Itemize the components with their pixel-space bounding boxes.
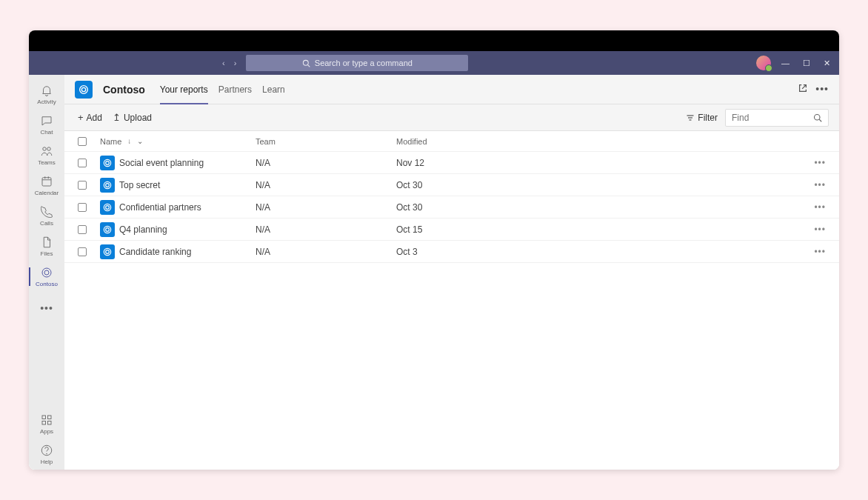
row-name: Top secret <box>100 178 256 193</box>
add-button[interactable]: + Add <box>78 112 102 123</box>
sidebar-item-calendar[interactable]: Calendar <box>29 170 64 201</box>
checkbox-icon[interactable] <box>78 225 87 234</box>
row-more-icon[interactable]: ••• <box>796 247 826 257</box>
sidebar-label: Calls <box>40 220 53 227</box>
nav-forward-icon[interactable]: › <box>232 56 239 70</box>
checkbox-icon[interactable] <box>78 247 87 256</box>
close-icon[interactable]: ✕ <box>821 56 833 71</box>
row-name: Q4 planning <box>100 222 256 237</box>
row-more-icon[interactable]: ••• <box>796 158 826 168</box>
row-select[interactable] <box>78 181 100 190</box>
row-name-text: Top secret <box>119 180 160 190</box>
upload-button[interactable]: ↥ Upload <box>113 112 152 123</box>
sidebar-more-icon[interactable]: ••• <box>40 295 53 321</box>
maximize-icon[interactable]: ☐ <box>800 56 813 71</box>
row-select[interactable] <box>78 247 100 256</box>
upload-label: Upload <box>124 113 152 123</box>
row-name: Social event planning <box>100 156 256 170</box>
row-modified: Oct 3 <box>396 247 796 257</box>
row-select[interactable] <box>78 159 100 167</box>
svg-point-26 <box>106 183 110 187</box>
col-modified-label: Modified <box>396 137 427 146</box>
report-icon <box>100 156 115 170</box>
window-frame: ‹ › Search or type a command — ☐ ✕ Activ… <box>29 30 839 470</box>
svg-line-22 <box>819 119 821 121</box>
sidebar-item-chat[interactable]: Chat <box>29 110 64 140</box>
find-field[interactable] <box>732 113 806 123</box>
svg-point-32 <box>106 250 110 253</box>
svg-point-28 <box>106 205 110 209</box>
svg-point-27 <box>104 204 110 210</box>
sort-arrow-icon: ↓ <box>127 137 131 145</box>
find-input[interactable] <box>725 109 829 127</box>
checkbox-icon[interactable] <box>78 159 87 167</box>
sidebar-item-apps[interactable]: Apps <box>29 409 64 439</box>
col-modified[interactable]: Modified <box>396 137 796 146</box>
chat-icon <box>40 114 53 127</box>
sidebar-label: Activity <box>37 99 56 105</box>
row-more-icon[interactable]: ••• <box>796 202 826 213</box>
tabbar-actions: ••• <box>798 83 829 96</box>
table-row[interactable]: Q4 planningN/AOct 15••• <box>64 219 839 241</box>
add-label: Add <box>87 113 102 123</box>
search-icon <box>302 59 310 67</box>
more-icon[interactable]: ••• <box>815 83 829 96</box>
popout-icon[interactable] <box>798 83 808 96</box>
select-all[interactable] <box>78 137 100 146</box>
table-row[interactable]: Candidate rankingN/AOct 3••• <box>64 241 839 263</box>
svg-point-21 <box>815 114 821 120</box>
svg-rect-11 <box>48 416 52 419</box>
filter-button[interactable]: Filter <box>686 113 718 123</box>
row-name-text: Confidential partners <box>119 202 201 213</box>
col-name-label: Name <box>100 137 121 146</box>
sidebar-item-calls[interactable]: Calls <box>29 201 64 231</box>
sidebar-label: Help <box>41 459 53 465</box>
tab-learn[interactable]: Learn <box>262 76 285 104</box>
minimize-icon[interactable]: — <box>778 56 792 70</box>
sidebar-item-help[interactable]: Help <box>29 439 64 470</box>
window-top-bar <box>29 30 839 51</box>
svg-point-0 <box>303 60 308 65</box>
search-placeholder: Search or type a command <box>315 59 413 67</box>
nav-back-icon[interactable]: ‹ <box>220 56 227 70</box>
col-team[interactable]: Team <box>256 137 396 146</box>
checkbox-icon[interactable] <box>78 137 87 146</box>
row-more-icon[interactable]: ••• <box>796 224 826 235</box>
row-more-icon[interactable]: ••• <box>796 180 826 190</box>
checkbox-icon[interactable] <box>78 181 87 190</box>
svg-point-30 <box>106 227 110 231</box>
row-select[interactable] <box>78 225 100 234</box>
svg-point-25 <box>104 181 110 188</box>
nav-arrows: ‹ › <box>220 56 238 70</box>
checkbox-icon[interactable] <box>78 203 87 212</box>
tab-your-reports[interactable]: Your reports <box>160 76 208 104</box>
sidebar-item-files[interactable]: Files <box>29 231 64 261</box>
toolbar: + Add ↥ Upload Filter <box>64 104 839 131</box>
titlebar-controls: — ☐ ✕ <box>756 56 833 71</box>
search-input[interactable]: Search or type a command <box>246 55 468 71</box>
sidebar-item-teams[interactable]: Teams <box>29 140 64 170</box>
tab-partners[interactable]: Partners <box>218 76 252 104</box>
report-icon <box>100 244 115 259</box>
table-row[interactable]: Top secretN/AOct 30••• <box>64 174 839 196</box>
upload-icon: ↥ <box>113 112 121 123</box>
search-icon <box>813 113 822 122</box>
chevron-down-icon[interactable]: ⌄ <box>137 137 143 145</box>
table-header: Name ↓ ⌄ Team Modified <box>64 131 839 152</box>
svg-point-8 <box>42 268 51 277</box>
table: Name ↓ ⌄ Team Modified Social event plan… <box>64 131 839 470</box>
svg-point-29 <box>104 226 110 233</box>
app-window: ‹ › Search or type a command — ☐ ✕ Activ… <box>29 51 839 470</box>
table-row[interactable]: Confidential partnersN/AOct 30••• <box>64 196 839 219</box>
row-modified: Oct 15 <box>396 224 796 235</box>
help-icon <box>40 444 53 457</box>
col-name[interactable]: Name ↓ ⌄ <box>100 137 256 146</box>
row-select[interactable] <box>78 203 100 212</box>
svg-point-16 <box>80 85 88 93</box>
sidebar-item-contoso[interactable]: Contoso <box>29 261 64 292</box>
sidebar-item-activity[interactable]: Activity <box>29 79 64 110</box>
row-name-text: Q4 planning <box>119 224 167 235</box>
table-row[interactable]: Social event planningN/ANov 12••• <box>64 152 839 174</box>
row-team: N/A <box>256 180 396 190</box>
avatar[interactable] <box>756 56 771 70</box>
